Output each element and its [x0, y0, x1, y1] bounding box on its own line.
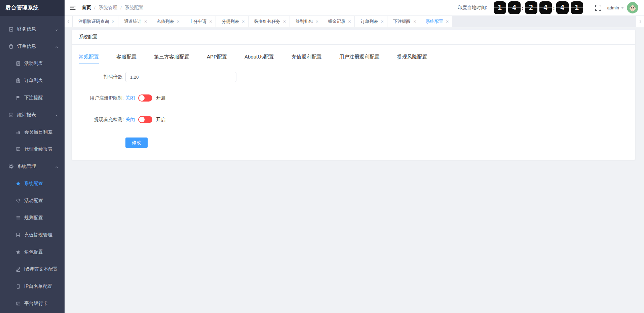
sidebar-item-ip-whitelist-config[interactable]: IP白名单配置 [0, 278, 65, 295]
caret-down-icon [621, 7, 624, 9]
code-rate-label: 打码倍数: [79, 74, 124, 80]
sidebar-item-system-config[interactable]: 系统配置 [0, 175, 65, 192]
breadcrumb-home[interactable]: 首页 [82, 5, 91, 11]
sidebar-item-system-management[interactable]: 系统管理 [0, 158, 65, 175]
open-tabs-bar: 注册验证码查询× 通道统计× 充值列表× 上分申请× 分佣列表× 裂变红包任务×… [65, 16, 644, 27]
sidebar-item-order-list[interactable]: 订单列表 [0, 72, 65, 89]
clock-digit: 4 [556, 1, 569, 14]
close-icon[interactable]: × [413, 19, 416, 24]
tab-commission-list[interactable]: 分佣列表× [216, 16, 249, 27]
close-icon[interactable]: × [144, 19, 147, 24]
tab-channel-stats[interactable]: 通道统计× [118, 16, 151, 27]
fullscreen-icon[interactable] [595, 4, 602, 11]
tab-register-code-query[interactable]: 注册验证码查询× [73, 16, 118, 27]
tab-system-config[interactable]: 系统配置× [420, 16, 453, 27]
sidebar-item-label: h5弹窗文本配置 [24, 266, 58, 272]
tab-general-config[interactable]: 常规配置 [79, 50, 99, 64]
sidebar-item-bet-reminder[interactable]: 下注提醒 [0, 89, 65, 106]
app-logo: 后台管理系统 [0, 0, 65, 16]
gear-icon [8, 164, 14, 169]
main-column: 首页 / 系统管理 / 系统配置 印度当地时间: 1 4 : 2 4 : 4 1 [65, 0, 644, 313]
close-icon[interactable]: × [381, 19, 384, 24]
list-icon [15, 215, 21, 221]
breadcrumb-system-management[interactable]: 系统管理 [99, 5, 117, 11]
sidebar-item-platform-bank-card[interactable]: 平台银行卡 [0, 295, 65, 312]
tab-bonus-record[interactable]: 赠金记录× [322, 16, 355, 27]
sidebar-item-label: 会员当日利差 [24, 129, 52, 135]
tabs-scroll-right-icon[interactable] [636, 16, 644, 27]
tab-label: 注册验证码查询 [78, 18, 109, 25]
sidebar-item-activity-list[interactable]: 活动列表 [0, 55, 65, 72]
sidebar-item-agent-performance[interactable]: 代理业绩报表 [0, 141, 65, 158]
sidebar-item-label: 系统配置 [24, 181, 43, 187]
sidebar-item-activity-config[interactable]: 活动配置 [0, 192, 65, 209]
tab-recharge-list[interactable]: 充值列表× [151, 16, 184, 27]
sidebar-item-stats-report[interactable]: 统计报表 [0, 106, 65, 123]
clock-digit: 1 [571, 1, 583, 14]
sidebar-item-finance-info[interactable]: 财务信息 [0, 21, 65, 38]
tab-recharge-rebate-config[interactable]: 充值返利配置 [292, 50, 322, 64]
close-icon[interactable]: × [446, 19, 449, 24]
tab-signin-gift[interactable]: 签到礼包× [290, 16, 323, 27]
clock-colon: : [553, 5, 555, 11]
sidebar-item-rule-config[interactable]: 规则配置 [0, 209, 65, 226]
sidebar-item-recharge-withdraw-mgmt[interactable]: 充值提现管理 [0, 226, 65, 243]
sidebar-item-label: 代理业绩报表 [24, 146, 52, 152]
close-icon[interactable]: × [209, 19, 212, 24]
close-icon[interactable]: × [348, 19, 351, 24]
sidebar-item-order-info[interactable]: 订单信息 [0, 38, 65, 55]
tab-register-rebate-config[interactable]: 用户注册返利配置 [339, 50, 380, 64]
withdraw-first-charge-toggle[interactable] [138, 116, 152, 123]
flip-clock: 1 4 : 2 4 : 4 1 [493, 1, 584, 14]
switch-on-label: 开启 [156, 117, 165, 123]
close-icon[interactable]: × [316, 19, 319, 24]
tab-aboutus-config[interactable]: AboutUs配置 [244, 50, 274, 64]
card-body: 常规配置 客服配置 第三方客服配置 APP配置 AboutUs配置 充值返利配置… [72, 45, 635, 148]
tab-label: 赠金记录 [328, 18, 345, 25]
tab-withdraw-risk-config[interactable]: 提现风险配置 [397, 50, 427, 64]
document-icon [15, 61, 21, 66]
tabs-scroll-left-icon[interactable] [65, 16, 73, 27]
close-icon[interactable]: × [112, 19, 115, 24]
sidebar-item-label: 系统管理 [17, 163, 36, 169]
toggle-knob [139, 117, 145, 122]
sidebar-item-h5-popup-text-config[interactable]: h5弹窗文本配置 [0, 261, 65, 278]
sidebar-item-member-daily-margin[interactable]: 会员当日利差 [0, 123, 65, 141]
tab-label: 订单列表 [361, 18, 378, 25]
username: admin [607, 5, 619, 10]
topbar: 首页 / 系统管理 / 系统配置 印度当地时间: 1 4 : 2 4 : 4 1 [65, 0, 644, 16]
sidebar-item-role-config[interactable]: 角色配置 [0, 243, 65, 261]
clipboard-icon [15, 78, 21, 83]
tab-bet-reminder[interactable]: 下注提醒× [387, 16, 420, 27]
sidebar-item-label: 充值提现管理 [24, 232, 52, 238]
bank-card-icon [15, 301, 21, 306]
sidebar-item-label: 订单信息 [17, 43, 36, 49]
tab-thirdparty-service-config[interactable]: 第三方客服配置 [154, 50, 189, 64]
tab-order-list[interactable]: 订单列表× [355, 16, 387, 27]
register-ip-limit-toggle[interactable] [138, 94, 152, 102]
user-dropdown[interactable]: admin [607, 5, 624, 10]
close-icon[interactable]: × [242, 19, 245, 24]
tab-score-apply[interactable]: 上分申请× [183, 16, 216, 27]
tab-fission-redpacket-task[interactable]: 裂变红包任务× [249, 16, 290, 27]
flag-icon [15, 95, 21, 101]
tab-label: 充值列表 [157, 18, 174, 25]
pencil-icon [15, 267, 21, 272]
tab-app-config[interactable]: APP配置 [207, 50, 227, 64]
sidebar-item-label: 下注提醒 [24, 95, 43, 101]
tab-label: 充值返利配置 [292, 54, 322, 60]
config-tabs: 常规配置 客服配置 第三方客服配置 APP配置 AboutUs配置 充值返利配置… [79, 50, 628, 64]
modify-button[interactable]: 修改 [125, 138, 148, 148]
star-icon [15, 249, 21, 255]
breadcrumb-separator: / [94, 5, 96, 10]
clipboard-check-icon [8, 27, 14, 32]
tab-label: 签到礼包 [296, 18, 313, 25]
sidebar-item-label: 规则配置 [24, 215, 43, 221]
code-rate-input[interactable] [125, 72, 236, 82]
avatar[interactable] [627, 2, 638, 13]
tab-customer-service-config[interactable]: 客服配置 [116, 50, 137, 64]
withdraw-first-charge-label: 提现首充检测: [79, 117, 124, 123]
close-icon[interactable]: × [177, 19, 180, 24]
close-icon[interactable]: × [283, 19, 286, 24]
hamburger-icon[interactable] [70, 5, 76, 11]
